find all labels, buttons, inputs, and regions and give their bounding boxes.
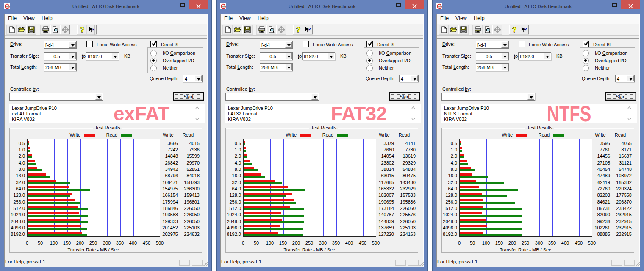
svg-text:?: ? — [512, 26, 516, 33]
svg-text:?: ? — [80, 26, 84, 33]
svg-text:?: ? — [296, 26, 300, 33]
